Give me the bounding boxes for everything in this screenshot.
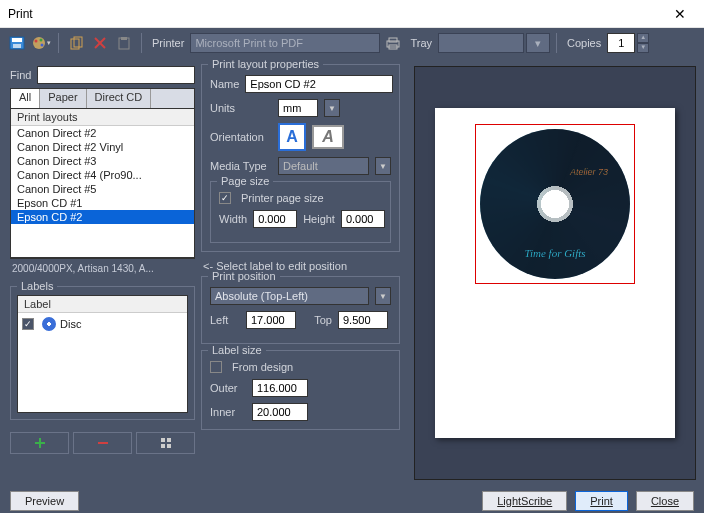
save-icon[interactable] [6, 32, 28, 54]
top-label: Top [302, 314, 332, 326]
media-dropdown-arrow[interactable]: ▼ [375, 157, 391, 175]
close-button[interactable]: Close [636, 491, 694, 511]
width-label: Width [219, 213, 247, 225]
list-item-selected[interactable]: Epson CD #2 [11, 210, 194, 224]
label-size-title: Label size [208, 344, 266, 356]
printer-page-size-label: Printer page size [241, 192, 324, 204]
position-mode-select[interactable]: Absolute (Top-Left) [210, 287, 369, 305]
list-item[interactable]: Canon Direct #2 [11, 126, 194, 140]
find-label: Find [10, 69, 31, 81]
printer-icon[interactable] [382, 32, 404, 54]
lightscribe-button[interactable]: LightScribe [482, 491, 567, 511]
labels-list[interactable]: Label Disc [17, 295, 188, 413]
list-item[interactable]: Canon Direct #2 Vinyl [11, 140, 194, 154]
main: Find All Paper Direct CD Print layouts C… [0, 58, 704, 488]
label-row[interactable]: Disc [18, 315, 187, 333]
from-design-checkbox[interactable] [210, 361, 222, 373]
tab-paper[interactable]: Paper [40, 89, 86, 108]
add-button[interactable] [10, 432, 69, 454]
units-input[interactable] [278, 99, 318, 117]
disc-icon [42, 317, 56, 331]
page-size-title: Page size [217, 175, 273, 187]
label-checkbox[interactable] [22, 318, 34, 330]
svg-point-6 [41, 44, 44, 47]
svg-rect-12 [121, 37, 127, 40]
copies-spinner[interactable]: ▲▼ [637, 33, 649, 53]
media-label: Media Type [210, 160, 272, 172]
height-label: Height [303, 213, 335, 225]
print-position-title: Print position [208, 270, 280, 282]
remove-button[interactable] [73, 432, 132, 454]
preview-button[interactable]: Preview [10, 491, 79, 511]
copy-icon[interactable] [65, 32, 87, 54]
svg-point-4 [35, 40, 38, 43]
footer: Preview LightScribe Print Close [0, 488, 704, 513]
separator [141, 33, 142, 53]
units-label: Units [210, 102, 272, 114]
inner-input[interactable] [252, 403, 308, 421]
labels-group-title: Labels [17, 280, 57, 292]
list-item[interactable]: Canon Direct #4 (Pro90... [11, 168, 194, 182]
paste-icon[interactable] [113, 32, 135, 54]
tabstrip: All Paper Direct CD [10, 88, 195, 108]
window-title: Print [4, 7, 660, 21]
preview-page: Atelier 73 Time for Gifts [435, 108, 675, 438]
name-label: Name [210, 78, 239, 90]
tab-direct-cd[interactable]: Direct CD [87, 89, 152, 108]
tray-dropdown-arrow[interactable]: ▾ [526, 33, 550, 53]
position-mode-dropdown-arrow[interactable]: ▼ [375, 287, 391, 305]
from-design-label: From design [232, 361, 293, 373]
width-input[interactable] [253, 210, 297, 228]
titlebar: Print ✕ [0, 0, 704, 28]
copies-input[interactable] [607, 33, 635, 53]
cd-art-text-1: Atelier 73 [570, 167, 608, 177]
print-button[interactable]: Print [575, 491, 628, 511]
separator [556, 33, 557, 53]
outer-label: Outer [210, 382, 246, 394]
svg-rect-19 [161, 438, 165, 442]
left-label: Left [210, 314, 240, 326]
list-footer: 2000/4000PX, Artisan 1430, A... [10, 258, 195, 278]
height-input[interactable] [341, 210, 385, 228]
cd-bounding-box: Atelier 73 Time for Gifts [475, 124, 635, 284]
media-select[interactable]: Default [278, 157, 369, 175]
top-input[interactable] [338, 311, 388, 329]
palette-icon[interactable]: ▾ [30, 32, 52, 54]
svg-rect-21 [161, 444, 165, 448]
svg-rect-2 [13, 44, 21, 48]
units-dropdown-arrow[interactable]: ▼ [324, 99, 340, 117]
copies-label: Copies [567, 37, 601, 49]
printer-label: Printer [152, 37, 184, 49]
printer-select[interactable] [190, 33, 380, 53]
grid-button[interactable] [136, 432, 195, 454]
svg-rect-20 [167, 438, 171, 442]
tab-all[interactable]: All [11, 89, 40, 108]
orientation-landscape[interactable]: A [312, 125, 344, 149]
inner-label: Inner [210, 406, 246, 418]
separator [58, 33, 59, 53]
tray-label: Tray [410, 37, 432, 49]
layouts-listbox[interactable]: Print layouts Canon Direct #2 Canon Dire… [10, 108, 195, 258]
close-icon[interactable]: ✕ [660, 6, 700, 22]
delete-icon[interactable] [89, 32, 111, 54]
list-item[interactable]: Epson CD #1 [11, 196, 194, 210]
labels-header: Label [18, 296, 187, 313]
name-input[interactable] [245, 75, 393, 93]
list-item[interactable]: Canon Direct #3 [11, 154, 194, 168]
tray-select[interactable] [438, 33, 524, 53]
orientation-portrait[interactable]: A [278, 123, 306, 151]
svg-point-5 [40, 39, 43, 42]
left-input[interactable] [246, 311, 296, 329]
find-input[interactable] [37, 66, 195, 84]
preview-pane: Atelier 73 Time for Gifts [414, 66, 696, 480]
cd-art: Atelier 73 Time for Gifts [480, 129, 630, 279]
list-item[interactable]: Canon Direct #5 [11, 182, 194, 196]
toolbar: ▾ Printer Tray ▾ Copies ▲▼ [0, 28, 704, 58]
layout-props-title: Print layout properties [208, 58, 323, 70]
list-header: Print layouts [11, 109, 194, 126]
label-name: Disc [60, 318, 81, 330]
svg-rect-22 [167, 444, 171, 448]
outer-input[interactable] [252, 379, 308, 397]
svg-rect-1 [12, 38, 22, 42]
printer-page-size-checkbox[interactable] [219, 192, 231, 204]
